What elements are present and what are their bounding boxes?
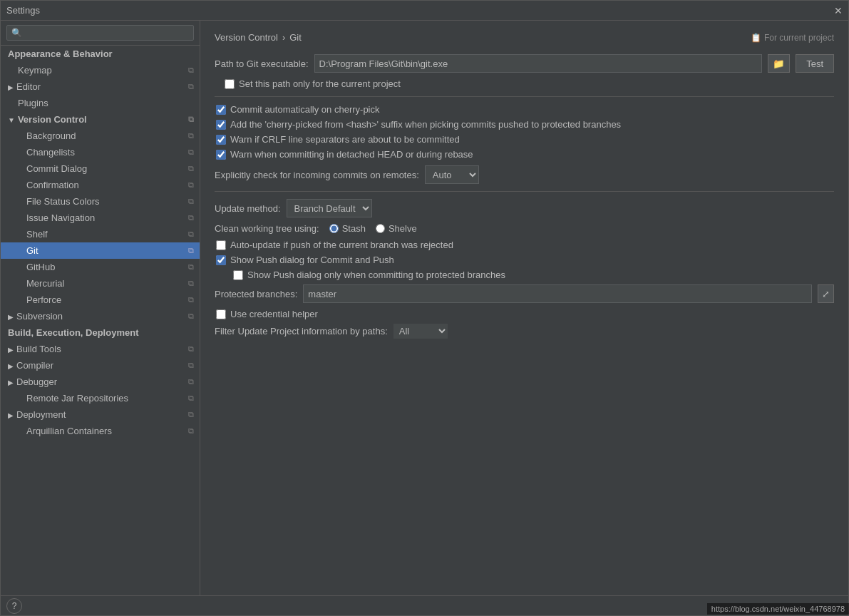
- protected-branches-input[interactable]: [303, 284, 812, 303]
- sidebar-item-confirmation[interactable]: Confirmation ⧉: [1, 177, 200, 193]
- git-label: Git: [26, 245, 38, 256]
- sidebar-item-issue-navigation[interactable]: Issue Navigation ⧉: [1, 210, 200, 226]
- cb3-checkbox[interactable]: [216, 135, 226, 145]
- sidebar-item-keymap[interactable]: Keymap ⧉: [1, 62, 200, 78]
- incoming-row: Explicitly check for incoming commits on…: [215, 165, 834, 184]
- copy-icon-file-status: ⧉: [188, 197, 194, 206]
- update-method-row: Update method: Branch Default Merge Reba…: [215, 199, 834, 217]
- radio-shelve-input[interactable]: [376, 224, 385, 233]
- folder-button[interactable]: 📁: [768, 54, 790, 73]
- protected-branches-row: Protected branches: ⤢: [215, 284, 834, 303]
- sidebar-item-github[interactable]: GitHub ⧉: [1, 259, 200, 275]
- radio-stash-input[interactable]: [329, 224, 339, 233]
- sidebar-item-build-tools[interactable]: ▶Build Tools ⧉: [1, 341, 200, 357]
- sidebar-item-shelf[interactable]: Shelf ⧉: [1, 226, 200, 242]
- sidebar-item-compiler[interactable]: ▶Compiler ⧉: [1, 357, 200, 374]
- breadcrumb-separator: ›: [282, 32, 285, 43]
- settings-window: Settings ✕ Appearance & Behavior Keymap …: [0, 0, 849, 616]
- build-exec-label: Build, Execution, Deployment: [8, 327, 138, 338]
- radio-stash-label[interactable]: Stash: [342, 223, 366, 234]
- sidebar-item-appearance[interactable]: Appearance & Behavior: [1, 46, 200, 62]
- cb2-checkbox[interactable]: [216, 120, 226, 130]
- shelf-label: Shelf: [26, 229, 48, 240]
- update-method-label: Update method:: [215, 203, 281, 214]
- separator-1: [215, 96, 834, 97]
- auto-update-label[interactable]: Auto-update if push of the current branc…: [230, 240, 453, 250]
- sidebar-item-file-status-colors[interactable]: File Status Colors ⧉: [1, 193, 200, 210]
- sidebar-item-arquillian[interactable]: Arquillian Containers ⧉: [1, 423, 200, 439]
- sidebar-item-background[interactable]: Background ⧉: [1, 128, 200, 144]
- auto-update-row: Auto-update if push of the current branc…: [215, 240, 834, 250]
- remote-jar-label: Remote Jar Repositories: [26, 393, 128, 404]
- sidebar-item-build-exec[interactable]: Build, Execution, Deployment: [1, 324, 200, 341]
- set-path-checkbox[interactable]: [225, 79, 235, 89]
- copy-icon-deployment: ⧉: [188, 410, 194, 419]
- separator-2: [215, 191, 834, 192]
- sidebar-item-editor[interactable]: ▶Editor ⧉: [1, 78, 200, 95]
- file-status-colors-label: File Status Colors: [26, 196, 100, 207]
- cb1-label[interactable]: Commit automatically on cherry-pick: [230, 104, 380, 115]
- copy-icon-background: ⧉: [188, 131, 194, 140]
- sidebar-item-remote-jar[interactable]: Remote Jar Repositories ⧉: [1, 390, 200, 406]
- perforce-label: Perforce: [26, 294, 61, 305]
- current-project: 📋 For current project: [751, 33, 834, 43]
- test-button[interactable]: Test: [796, 54, 834, 73]
- sidebar-item-version-control[interactable]: ▼Version Control ⧉: [1, 111, 200, 128]
- help-button[interactable]: ?: [6, 598, 22, 614]
- sidebar-item-deployment[interactable]: ▶Deployment ⧉: [1, 406, 200, 423]
- expand-button[interactable]: ⤢: [818, 284, 834, 303]
- mercurial-label: Mercurial: [26, 278, 64, 289]
- breadcrumb-current: Git: [289, 32, 302, 43]
- copy-icon-compiler: ⧉: [188, 361, 194, 370]
- sidebar-item-plugins[interactable]: Plugins: [1, 95, 200, 111]
- radio-shelve-label[interactable]: Shelve: [389, 223, 417, 234]
- cb1-checkbox[interactable]: [216, 105, 226, 115]
- copy-icon-confirmation: ⧉: [188, 180, 194, 190]
- path-label: Path to Git executable:: [215, 58, 309, 69]
- incoming-dropdown[interactable]: Auto Always Never: [425, 165, 479, 184]
- sidebar: Appearance & Behavior Keymap ⧉ ▶Editor ⧉…: [1, 21, 200, 595]
- sidebar-item-perforce[interactable]: Perforce ⧉: [1, 292, 200, 308]
- sidebar-item-git[interactable]: Git ⧉: [1, 242, 200, 259]
- credential-checkbox[interactable]: [216, 309, 226, 319]
- path-row: Path to Git executable: 📁 Test: [215, 54, 834, 73]
- cb4-label[interactable]: Warn when committing in detached HEAD or…: [230, 149, 473, 160]
- cb2-label[interactable]: Add the 'cherry-picked from <hash>' suff…: [230, 119, 621, 130]
- radio-stash: Stash: [329, 223, 366, 234]
- show-push-only-label[interactable]: Show Push dialog only when committing to…: [247, 270, 505, 280]
- sidebar-item-debugger[interactable]: ▶Debugger ⧉: [1, 374, 200, 390]
- filter-dropdown[interactable]: All Affected: [393, 324, 448, 339]
- cb2-row: Add the 'cherry-picked from <hash>' suff…: [215, 119, 834, 130]
- clean-tree-label: Clean working tree using:: [215, 223, 319, 234]
- show-push-checkbox[interactable]: [216, 255, 226, 265]
- update-method-dropdown[interactable]: Branch Default Merge Rebase: [287, 199, 372, 217]
- show-push-only-row: Show Push dialog only when committing to…: [215, 270, 834, 280]
- search-input[interactable]: [6, 25, 194, 41]
- set-path-label[interactable]: Set this path only for the current proje…: [239, 78, 401, 89]
- show-push-label[interactable]: Show Push dialog for Commit and Push: [230, 255, 394, 265]
- copy-icon-git: ⧉: [188, 246, 194, 255]
- sidebar-item-changelists[interactable]: Changelists ⧉: [1, 144, 200, 160]
- cb4-checkbox[interactable]: [216, 150, 226, 160]
- main-layout: Appearance & Behavior Keymap ⧉ ▶Editor ⧉…: [1, 21, 848, 595]
- close-button[interactable]: ✕: [834, 5, 843, 16]
- breadcrumb-root: Version Control: [215, 32, 278, 43]
- auto-update-checkbox[interactable]: [216, 240, 226, 250]
- commit-dialog-label: Commit Dialog: [26, 163, 87, 174]
- issue-navigation-label: Issue Navigation: [26, 212, 95, 223]
- copy-icon-mercurial: ⧉: [188, 279, 194, 288]
- sidebar-item-commit-dialog[interactable]: Commit Dialog ⧉: [1, 160, 200, 177]
- sidebar-item-subversion[interactable]: ▶Subversion ⧉: [1, 308, 200, 324]
- copy-icon-changelists: ⧉: [188, 148, 194, 157]
- sidebar-item-mercurial[interactable]: Mercurial ⧉: [1, 275, 200, 292]
- subversion-label: ▶Subversion: [8, 311, 63, 322]
- credential-label[interactable]: Use credential helper: [230, 309, 318, 319]
- path-input[interactable]: [314, 54, 763, 73]
- debugger-label: ▶Debugger: [8, 376, 57, 387]
- show-push-only-checkbox[interactable]: [233, 270, 243, 280]
- project-label: For current project: [764, 33, 834, 43]
- search-box: [1, 21, 200, 46]
- editor-label: ▶Editor: [8, 81, 41, 92]
- copy-icon-commit: ⧉: [188, 164, 194, 173]
- cb3-label[interactable]: Warn if CRLF line separators are about t…: [230, 134, 460, 145]
